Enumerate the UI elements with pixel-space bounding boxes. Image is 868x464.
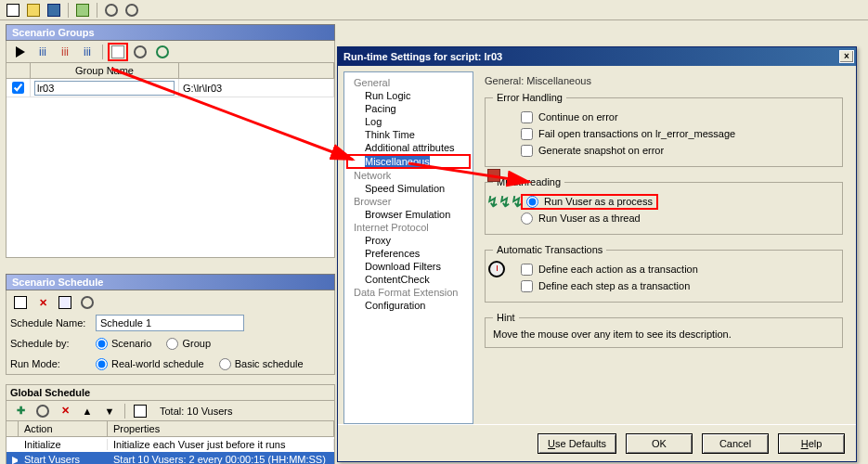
gs-col-marker[interactable] <box>6 421 19 436</box>
sched-settings-icon[interactable] <box>77 293 97 312</box>
sched-copy-icon[interactable] <box>55 293 75 312</box>
schedule-name-label: Schedule Name: <box>10 317 96 329</box>
chk-each-action[interactable] <box>521 264 533 276</box>
gs-total: Total: 10 Vusers <box>160 406 232 417</box>
runtime-settings-button[interactable] <box>108 43 128 61</box>
gs-down-icon[interactable]: ▼ <box>99 402 120 420</box>
gs-row-start-vusers[interactable]: ▶ Start Vusers Start 10 Vusers: 2 every … <box>6 452 334 464</box>
refresh-icon[interactable] <box>152 43 173 61</box>
scenario-groups-title: Scenario Groups <box>6 24 335 41</box>
error-handling-legend: Error Handling <box>493 92 566 103</box>
gs-del-icon[interactable]: ✕ <box>55 402 75 420</box>
group-row-checkbox[interactable] <box>12 82 24 94</box>
run-as-process-highlight: Run Vuser as a process <box>521 194 658 210</box>
tree-preferences[interactable]: Preferences <box>346 247 471 260</box>
col-chk[interactable] <box>6 63 31 78</box>
tree-pacing[interactable]: Pacing <box>346 102 471 115</box>
runtime-settings-dialog: Run-time Settings for script: lr03 × Gen… <box>337 46 857 462</box>
tree-miscellaneous-wrap[interactable]: Miscellaneous <box>346 154 471 169</box>
dialog-heading: General: Miscellaneous <box>485 75 843 86</box>
global-schedule-toolbar: ✚ ✕ ▲ ▼ Total: 10 Vusers <box>6 401 335 421</box>
schedule-by-group[interactable]: Group <box>166 338 211 350</box>
grid-icon[interactable] <box>73 2 92 19</box>
tree-proxy[interactable]: Proxy <box>346 234 471 247</box>
tree-browser-emulation[interactable]: Browser Emulation <box>346 208 471 221</box>
tree-contentcheck[interactable]: ContentCheck <box>346 273 471 286</box>
tree-run-logic[interactable]: Run Logic <box>346 89 471 102</box>
close-icon[interactable]: × <box>839 50 854 63</box>
tree-log[interactable]: Log <box>346 115 471 128</box>
scenario-groups-panel: Scenario Groups iii iii iii Group Name G… <box>6 24 335 258</box>
sched-delete-icon[interactable]: ✕ <box>32 293 53 312</box>
save-icon[interactable] <box>45 2 63 19</box>
global-schedule-grid: Action Properties Initialize Initialize … <box>6 421 335 464</box>
hint-group: Hint Move the mouse over any item to see… <box>485 312 843 348</box>
gs-edit-icon[interactable] <box>32 402 53 420</box>
tree-download-filters[interactable]: Download Filters <box>346 260 471 273</box>
tree-cat-network: Network <box>346 169 471 182</box>
chk-fail-open[interactable] <box>521 128 533 140</box>
error-icon <box>487 169 500 182</box>
tree-cat-general: General <box>346 76 471 89</box>
chk-snapshot[interactable] <box>521 145 533 157</box>
cancel-button[interactable]: Cancel <box>702 433 769 454</box>
main-toolbar <box>0 0 868 20</box>
schedule-by-scenario[interactable]: Scenario <box>96 338 151 350</box>
help-button[interactable]: Help <box>778 433 845 454</box>
group-row[interactable]: G:\lr\lr03 <box>6 79 334 97</box>
scenario-groups-grid: Group Name G:\lr\lr03 <box>6 63 335 258</box>
new-icon[interactable] <box>4 2 22 19</box>
scenario-schedule-panel: Scenario Schedule ✕ Schedule Name: Sched… <box>6 274 335 375</box>
global-schedule-title: Global Schedule <box>6 384 335 401</box>
tree-cat-dfe: Data Format Extension <box>346 286 471 299</box>
gs-add-icon[interactable]: ✚ <box>10 402 31 420</box>
chk-each-step[interactable] <box>521 280 533 292</box>
tree-speed-simulation[interactable]: Speed Simulation <box>346 182 471 195</box>
gs-row-initialize[interactable]: Initialize Initialize each Vuser just be… <box>6 437 334 452</box>
dialog-title: Run-time Settings for script: lr03 <box>343 51 502 62</box>
ok-button[interactable]: OK <box>626 433 693 454</box>
clock-icon <box>488 261 505 277</box>
scenario-groups-toolbar: iii iii iii <box>6 41 335 63</box>
vusers-icon-1[interactable]: iii <box>32 43 53 61</box>
vusers-icon-3[interactable]: iii <box>77 43 97 61</box>
settings-tree: General Run Logic Pacing Log Think Time … <box>343 71 473 424</box>
multithreading-group: Multithreading ↯↯↯ Run Vuser as a proces… <box>485 176 843 235</box>
hint-text: Move the mouse over any item to see its … <box>493 329 835 340</box>
run-mode-label: Run Mode: <box>10 358 96 369</box>
open-icon[interactable] <box>24 2 43 19</box>
run-mode-basic[interactable]: Basic schedule <box>219 358 304 370</box>
gs-col-properties[interactable]: Properties <box>108 421 334 436</box>
dialog-titlebar[interactable]: Run-time Settings for script: lr03 × <box>338 47 856 66</box>
gs-split-icon[interactable] <box>130 402 150 420</box>
gear2-icon[interactable] <box>123 2 141 19</box>
gear1-icon[interactable] <box>102 2 121 19</box>
gs-col-action[interactable]: Action <box>19 421 108 436</box>
run-mode-real[interactable]: Real-world schedule <box>96 358 204 370</box>
chk-continue-on-error[interactable] <box>521 111 533 123</box>
settings-icon[interactable] <box>130 43 150 61</box>
col-group-name[interactable]: Group Name <box>31 63 179 78</box>
use-defaults-button[interactable]: Use Defaults <box>538 433 616 454</box>
tree-think-time[interactable]: Think Time <box>346 128 471 141</box>
gs-up-icon[interactable]: ▲ <box>77 402 97 420</box>
scenario-schedule-title: Scenario Schedule <box>6 274 335 290</box>
tree-miscellaneous[interactable]: Miscellaneous <box>365 156 430 167</box>
tree-additional-attributes[interactable]: Additional attributes <box>346 141 471 154</box>
play-icon[interactable] <box>10 43 31 61</box>
group-name-input[interactable] <box>34 81 175 96</box>
schedule-toolbar: ✕ <box>10 292 330 313</box>
hint-legend: Hint <box>493 312 519 323</box>
tree-configuration[interactable]: Configuration <box>346 299 471 312</box>
col-path[interactable] <box>179 63 334 78</box>
automatic-transactions-legend: Automatic Transactions <box>493 244 606 255</box>
schedule-name-input[interactable] <box>96 315 244 331</box>
tree-cat-internet: Internet Protocol <box>346 221 471 234</box>
tree-cat-browser: Browser <box>346 195 471 208</box>
vusers-icon-2[interactable]: iii <box>55 43 75 61</box>
sched-new-icon[interactable] <box>10 293 31 312</box>
radio-run-as-process[interactable] <box>526 196 538 208</box>
radio-run-as-thread[interactable] <box>521 213 533 225</box>
group-path-cell: G:\lr\lr03 <box>179 79 334 97</box>
dialog-button-bar: Use Defaults OK Cancel Help <box>338 424 856 461</box>
